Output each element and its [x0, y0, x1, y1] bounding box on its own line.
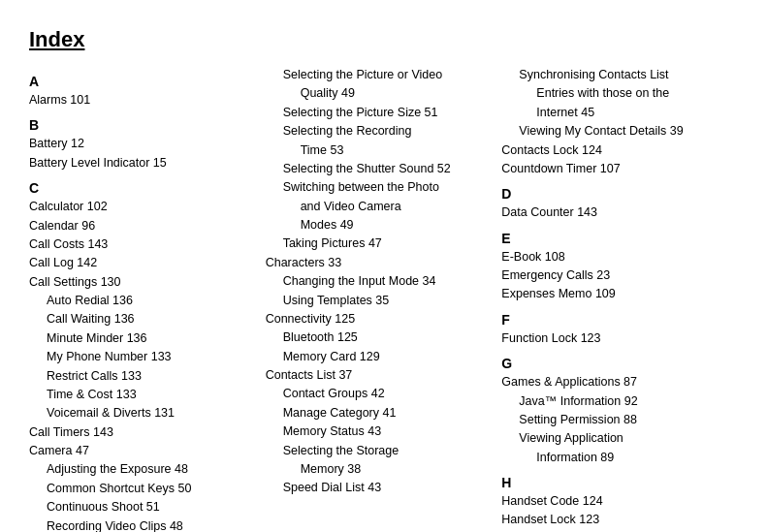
index-entry: Memory 38: [266, 460, 493, 479]
index-entry: Call Log 142: [29, 254, 256, 272]
letter-heading-D: D: [501, 186, 728, 202]
index-entry: Switching between the Photo: [266, 178, 493, 197]
index-entry: Restrict Calls 133: [29, 367, 256, 386]
index-entry: Bluetooth 125: [266, 329, 493, 347]
index-entry: Camera 47: [29, 442, 256, 460]
index-entry: Contacts Lock 124: [501, 141, 728, 160]
index-entry: Call Waiting 136: [29, 310, 256, 329]
index-entry: Countdown Timer 107: [501, 160, 728, 178]
index-entry: Quality 49: [266, 84, 493, 103]
index-entry: Setting Permission 88: [501, 411, 728, 429]
index-entry: Continuous Shoot 51: [29, 498, 256, 516]
index-entry: Adjusting the Exposure 48: [29, 460, 256, 479]
index-entry: E-Book 108: [501, 248, 728, 266]
index-entry: Selecting the Recording: [266, 122, 493, 141]
index-entry: Time 53: [266, 141, 493, 160]
index-entry: Contacts List 37: [266, 366, 493, 385]
index-entry: Using Templates 35: [266, 292, 493, 310]
col-1: Selecting the Picture or VideoQuality 49…: [266, 66, 502, 532]
index-entry: Call Settings 130: [29, 273, 256, 292]
index-entry: Calendar 96: [29, 217, 256, 235]
letter-heading-F: F: [501, 312, 728, 328]
letter-heading-B: B: [29, 117, 256, 133]
index-entry: Function Lock 123: [501, 329, 728, 348]
index-entry: Alarms 101: [29, 91, 256, 110]
letter-heading-H: H: [501, 475, 728, 490]
index-entry: Speed Dial List 43: [266, 479, 493, 497]
index-entry: Voicemail & Diverts 131: [29, 404, 256, 422]
index-entry: Selecting the Picture Size 51: [266, 104, 493, 122]
index-entry: Call Costs 143: [29, 235, 256, 254]
index-entry: Synchronising Contacts List: [501, 66, 728, 84]
index-entry: Battery Level Indicator 15: [29, 154, 256, 172]
index-entry: Viewing My Contact Details 39: [501, 122, 728, 141]
index-entry: Characters 33: [266, 254, 493, 272]
index-entry: Data Counter 143: [501, 203, 728, 222]
index-entry: Modes 49: [266, 216, 493, 235]
index-entry: Recording Video Clips 48: [29, 517, 256, 533]
letter-heading-C: C: [29, 180, 256, 196]
index-entry: My Phone Number 133: [29, 348, 256, 366]
index-entry: Manage Category 41: [266, 404, 493, 422]
page: Index AAlarms 101BBattery 12Battery Leve…: [0, 0, 767, 532]
index-entry: Battery 12: [29, 135, 256, 153]
index-entry: Selecting the Storage: [266, 442, 493, 460]
index-entry: and Video Camera: [266, 198, 493, 216]
index-entry: Expenses Memo 109: [501, 285, 728, 303]
index-entry: Java™ Information 92: [501, 392, 728, 411]
index-entry: Selecting the Picture or Video: [266, 66, 493, 84]
index-entry: Handset Code 124: [501, 492, 728, 511]
index-entry: Taking Pictures 47: [266, 235, 493, 253]
index-entry: Emergency Calls 23: [501, 266, 728, 285]
index-entry: Entries with those on the: [501, 84, 728, 103]
index-entry: Contact Groups 42: [266, 385, 493, 403]
index-entry: Minute Minder 136: [29, 329, 256, 348]
columns: AAlarms 101BBattery 12Battery Level Indi…: [29, 66, 738, 532]
index-entry: Viewing Application: [501, 429, 728, 448]
index-entry: Information 89: [501, 449, 728, 467]
col-2: Synchronising Contacts ListEntries with …: [501, 66, 738, 532]
index-entry: Selecting the Shutter Sound 52: [266, 160, 493, 178]
page-title: Index: [29, 27, 738, 52]
index-entry: Common Shortcut Keys 50: [29, 480, 256, 498]
index-entry: Call Timers 143: [29, 423, 256, 442]
index-entry: Time & Cost 133: [29, 386, 256, 404]
letter-heading-E: E: [501, 231, 728, 246]
index-entry: Calculator 102: [29, 198, 256, 216]
letter-heading-A: A: [29, 74, 256, 89]
index-entry: Memory Card 129: [266, 348, 493, 366]
letter-heading-G: G: [501, 356, 728, 371]
index-entry: Memory Status 43: [266, 422, 493, 441]
index-entry: Connectivity 125: [266, 310, 493, 329]
index-entry: Games & Applications 87: [501, 373, 728, 391]
col-0: AAlarms 101BBattery 12Battery Level Indi…: [29, 66, 266, 532]
index-entry: Internet 45: [501, 104, 728, 122]
index-entry: Handset Lock 123: [501, 511, 728, 529]
index-entry: Auto Redial 136: [29, 292, 256, 310]
index-entry: Changing the Input Mode 34: [266, 272, 493, 291]
